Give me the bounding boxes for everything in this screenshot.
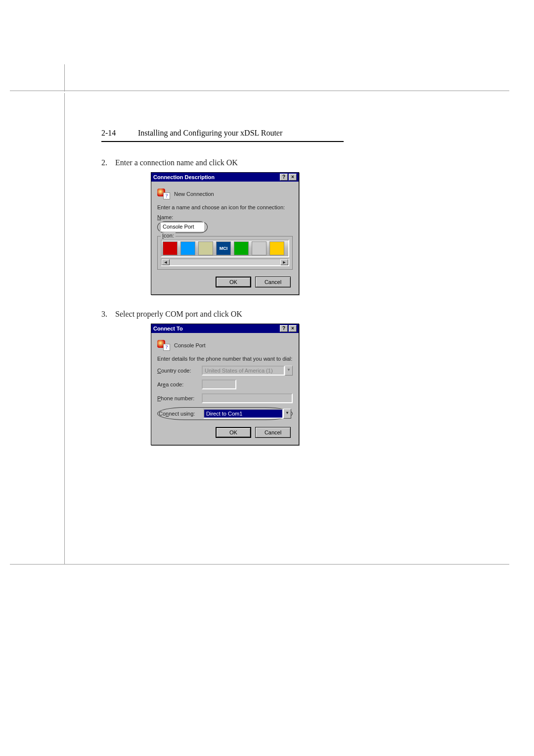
dialog-1-wrap: Connection Description ? × ? New Connect…: [151, 172, 344, 295]
icon-fieldset: Icon: MCI ◄ ►: [157, 236, 293, 270]
ok-button[interactable]: OK: [216, 277, 251, 287]
connect-row: Connect using: ▼: [157, 407, 293, 420]
dialog-heading: ? Console Port: [157, 340, 293, 351]
icon-option-3[interactable]: [198, 241, 213, 255]
dialog-title: Connect To: [153, 326, 183, 331]
phone-label: Phone number:: [157, 395, 202, 401]
titlebar: Connect To ? ×: [151, 324, 299, 333]
page-number: 2-14: [101, 129, 136, 138]
step-number: 3.: [101, 310, 115, 319]
icon-option-5[interactable]: [234, 241, 249, 255]
instruction-text: Enter a name and choose an icon for the …: [157, 204, 293, 210]
step-3: 3. Select properly COM port and click OK: [101, 310, 344, 319]
chevron-down-icon: ▼: [285, 366, 293, 376]
icon-scrollbar[interactable]: ◄ ►: [161, 258, 289, 266]
titlebar: Connection Description ? ×: [151, 173, 299, 182]
chevron-down-icon[interactable]: ▼: [283, 409, 291, 419]
icon-selection-row[interactable]: MCI: [161, 239, 289, 257]
connect-using-select[interactable]: [203, 409, 283, 419]
scroll-left-icon[interactable]: ◄: [162, 259, 170, 265]
close-icon[interactable]: ×: [289, 174, 297, 181]
name-input-row: [157, 221, 293, 233]
step-number: 2.: [101, 158, 115, 167]
heading-text: New Connection: [174, 191, 214, 197]
area-label: Area code:: [157, 381, 202, 387]
ok-button[interactable]: OK: [216, 427, 251, 438]
phone-input: [202, 393, 293, 403]
icon-option-7[interactable]: [269, 241, 284, 255]
page-content: 2. Enter a connection name and click OK …: [101, 153, 344, 460]
page-margin-vline-top: [64, 64, 65, 92]
page-title: Installing and Configuring your xDSL Rou…: [138, 129, 282, 137]
close-icon[interactable]: ×: [289, 325, 297, 332]
step-text: Select properly COM port and click OK: [115, 310, 344, 319]
icon-option-1[interactable]: [163, 241, 178, 255]
step-2: 2. Enter a connection name and click OK: [101, 158, 344, 167]
name-label: Name:: [157, 214, 293, 220]
icon-option-2[interactable]: [180, 241, 195, 255]
dialog-body: ? Console Port Enter details for the pho…: [151, 333, 299, 445]
connect-label: Connect using:: [159, 411, 203, 417]
help-icon[interactable]: ?: [280, 325, 288, 332]
cancel-button[interactable]: Cancel: [255, 277, 291, 287]
help-icon[interactable]: ?: [280, 174, 288, 181]
dialog-body: ? New Connection Enter a name and choose…: [151, 182, 299, 294]
area-code-input: [202, 379, 236, 389]
area-row: Area code:: [157, 379, 293, 389]
phone-row: Phone number:: [157, 393, 293, 403]
country-select: [202, 366, 285, 376]
page-margin-hline-top: [10, 91, 509, 91]
dialog-title: Connection Description: [153, 174, 215, 180]
heading-text: Console Port: [174, 342, 206, 348]
connection-description-dialog: Connection Description ? × ? New Connect…: [151, 172, 299, 295]
hyperterminal-icon: ?: [157, 189, 170, 199]
icon-option-6[interactable]: [252, 241, 267, 255]
step-text: Enter a connection name and click OK: [115, 158, 344, 167]
page-margin-hline-bottom: [10, 564, 509, 565]
button-row: OK Cancel: [157, 427, 293, 440]
dialog-heading: ? New Connection: [157, 189, 293, 199]
name-field-highlight: [157, 221, 208, 233]
connect-to-dialog: Connect To ? × ? Console Port Enter deta…: [151, 324, 299, 445]
header-rule: [101, 141, 344, 142]
country-row: Country code: ▼: [157, 366, 293, 376]
country-label: Country code:: [157, 368, 202, 374]
connect-using-highlight: Connect using: ▼: [157, 407, 293, 420]
instruction-text: Enter details for the phone number that …: [157, 356, 293, 362]
button-row: OK Cancel: [157, 277, 293, 289]
page-margin-vline: [64, 93, 65, 564]
hyperterminal-icon: ?: [157, 340, 170, 351]
page-header: 2-14 Installing and Configuring your xDS…: [101, 129, 349, 138]
icon-label: Icon:: [161, 233, 176, 238]
icon-option-mci[interactable]: MCI: [216, 241, 231, 255]
scroll-right-icon[interactable]: ►: [280, 259, 288, 265]
cancel-button[interactable]: Cancel: [255, 427, 291, 438]
name-input[interactable]: [160, 222, 204, 232]
dialog-2-wrap: Connect To ? × ? Console Port Enter deta…: [151, 324, 344, 445]
